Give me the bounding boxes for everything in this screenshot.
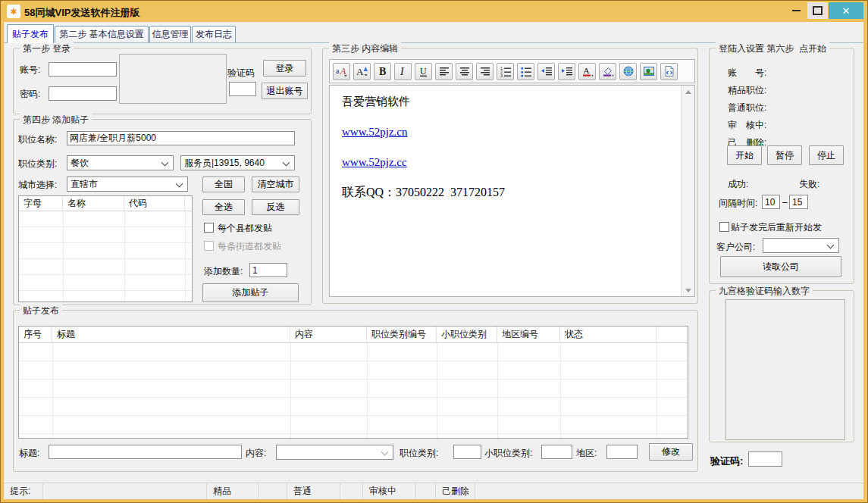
status-deleted-label: 己删除: [436, 483, 475, 499]
code-input[interactable]: [748, 451, 782, 467]
column-header-4[interactable]: 职位类别编号: [367, 326, 437, 342]
toolbar-image-button[interactable]: [640, 63, 657, 80]
italic-icon: I: [397, 65, 409, 77]
edit-title-input[interactable]: [49, 445, 242, 459]
bold-icon: B: [377, 65, 389, 77]
captcha-label: 验证码: [227, 67, 255, 80]
editor-content-area[interactable]: 吾爱营销软件www.52pjz.cnwww.52pjz.cc联系QQ：37050…: [329, 85, 695, 297]
toolbar-highlight-color-button[interactable]: [599, 63, 616, 80]
add-count-input[interactable]: [249, 263, 287, 277]
toolbar-font-size-button[interactable]: A: [353, 63, 371, 80]
toolbar-indent-button[interactable]: [558, 63, 575, 80]
restart-checkbox[interactable]: [719, 222, 729, 232]
posts-group: 贴子发布 序号标题内容职位类别编号小职位类别地区编号状态 标题: 内容: 职位类…: [13, 310, 698, 472]
stat-label-1: 账 号:: [728, 67, 766, 80]
toolbar-unordered-list-button[interactable]: [517, 63, 534, 80]
chevron-down-icon: [283, 159, 290, 167]
account-input[interactable]: [49, 62, 117, 77]
column-divider: [497, 343, 498, 438]
modify-button[interactable]: 修改: [649, 443, 693, 461]
editor-link-line: www.52pjz.cc: [342, 155, 676, 169]
edit-category-label: 职位类别:: [400, 447, 438, 460]
edit-content-select[interactable]: [276, 445, 393, 460]
toolbar-underline-button[interactable]: U: [415, 63, 432, 80]
invert-select-button[interactable]: 反选: [252, 199, 299, 215]
status-premium-label: 精品: [207, 483, 259, 499]
stat-label-4: 审 核中:: [728, 119, 766, 132]
nine-grid-captcha-image[interactable]: [725, 299, 845, 440]
column-header-1[interactable]: 序号: [19, 326, 52, 342]
svg-text:U: U: [420, 66, 427, 77]
column-divider: [367, 343, 368, 438]
edit-subcategory-input[interactable]: [541, 445, 572, 459]
maximize-button[interactable]: [807, 2, 828, 19]
toolbar-align-left-button[interactable]: [435, 63, 453, 80]
toolbar-outdent-button[interactable]: [537, 63, 555, 80]
column-header-3[interactable]: 代码: [124, 196, 185, 211]
toolbar-italic-button[interactable]: I: [394, 63, 412, 80]
city-table: 字母名称代码: [18, 195, 193, 302]
scroll-down-button[interactable]: [682, 284, 694, 296]
tab-3[interactable]: 信息管理: [149, 26, 191, 42]
company-select[interactable]: [763, 238, 839, 253]
company-label: 客户公司:: [716, 241, 755, 254]
minimize-button[interactable]: [785, 2, 807, 19]
editor-scrollbar[interactable]: [681, 86, 694, 296]
scroll-up-button[interactable]: [682, 86, 694, 98]
job-subcategory-select[interactable]: 服务员|13915, 9640: [180, 155, 295, 170]
toolbar-html-source-button[interactable]: [660, 63, 678, 80]
table-header: 序号标题内容职位类别编号小职位类别地区编号状态: [19, 326, 688, 343]
column-header-1[interactable]: 字母: [19, 196, 63, 211]
interval-to-input[interactable]: [789, 195, 808, 209]
toolbar-font-color-button[interactable]: A: [578, 63, 596, 80]
clear-cities-button[interactable]: 清空城市: [252, 177, 299, 192]
select-all-button[interactable]: 全选: [202, 199, 245, 215]
toolbar-ordered-list-button[interactable]: 123: [497, 63, 514, 80]
tab-1[interactable]: 贴子发布: [7, 24, 54, 43]
street-checkbox[interactable]: [204, 241, 214, 251]
pause-button[interactable]: 暂停: [767, 145, 802, 165]
login-captcha-image[interactable]: [119, 54, 227, 104]
county-checkbox-label: 每个县都发贴: [218, 222, 272, 235]
hyperlink-icon: [622, 65, 635, 77]
status-review-label: 审核中: [363, 483, 416, 499]
read-company-button[interactable]: 读取公司: [720, 256, 841, 277]
stat-label-2: 精品职位:: [728, 84, 766, 97]
county-checkbox[interactable]: [204, 223, 214, 233]
column-header-6[interactable]: 地区编号: [497, 326, 560, 342]
add-post-button[interactable]: 添加贴子: [202, 283, 299, 302]
job-name-input[interactable]: [67, 131, 295, 145]
status-deleted-value: [475, 483, 863, 499]
edit-category-input[interactable]: [453, 445, 481, 459]
logout-button[interactable]: 退出账号: [262, 83, 308, 99]
login-button[interactable]: 登录: [263, 60, 306, 77]
stop-button[interactable]: 停止: [809, 145, 844, 165]
content-link[interactable]: www.52pjz.cn: [342, 126, 408, 138]
content-link[interactable]: www.52pjz.cc: [342, 156, 407, 168]
column-header-3[interactable]: 内容: [290, 326, 367, 342]
column-header-7[interactable]: 状态: [560, 326, 656, 342]
tab-4[interactable]: 发布日志: [192, 26, 236, 42]
interval-from-input[interactable]: [762, 195, 780, 209]
password-input[interactable]: [49, 86, 117, 101]
window-title: 58同城VIP发送软件注册版: [24, 6, 139, 20]
start-button[interactable]: 开始: [727, 145, 762, 165]
column-header-5[interactable]: 小职位类别: [437, 326, 497, 342]
content-editor-group: 第三步 内容编辑 aAABIU123A 吾爱营销软件www.52pjz.cnww…: [322, 48, 698, 304]
minimize-icon: [792, 10, 801, 11]
job-category-select[interactable]: 餐饮: [67, 155, 174, 170]
close-button[interactable]: ✕: [829, 2, 863, 19]
toolbar-hyperlink-button[interactable]: [619, 63, 637, 80]
toolbar-align-center-button[interactable]: [456, 63, 473, 80]
toolbar-bold-button[interactable]: B: [374, 63, 391, 80]
nationwide-button[interactable]: 全国: [202, 177, 245, 192]
edit-region-input[interactable]: [606, 445, 638, 459]
column-header-2[interactable]: 名称: [63, 196, 124, 211]
tab-2[interactable]: 第二步 基本信息设置: [55, 26, 149, 42]
captcha-input[interactable]: [229, 82, 256, 96]
toolbar-font-name-button[interactable]: aA: [333, 63, 350, 80]
city-select[interactable]: 直辖市: [67, 177, 188, 192]
app-icon[interactable]: ✶: [7, 5, 20, 18]
toolbar-align-right-button[interactable]: [476, 63, 494, 80]
column-header-2[interactable]: 标题: [52, 326, 290, 342]
